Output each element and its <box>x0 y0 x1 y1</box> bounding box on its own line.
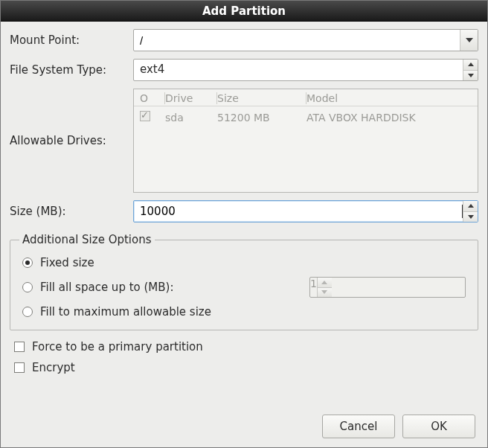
fs-type-down-button[interactable] <box>463 70 478 81</box>
mount-point-combobox[interactable] <box>133 29 478 51</box>
fill-up-to-spinbox: 1 <box>309 277 466 298</box>
titlebar: Add Partition <box>1 1 487 22</box>
ok-button[interactable]: OK <box>402 415 475 438</box>
additional-size-options-group: Additional Size Options Fixed size Fill … <box>10 233 478 330</box>
fs-type-combobox[interactable]: ext4 <box>133 59 478 81</box>
allowable-drives-list[interactable]: O Drive Size Model sda 51200 MB ATA VBOX… <box>133 89 478 193</box>
size-down-button[interactable] <box>463 211 478 223</box>
encrypt-label: Encrypt <box>32 361 75 374</box>
drive-row-name: sda <box>165 112 217 124</box>
radio-fill-up-to-label: Fill all space up to (MB): <box>40 281 174 294</box>
mount-point-input[interactable] <box>134 30 460 51</box>
fill-up-to-down-button <box>318 287 332 298</box>
button-bar: Cancel OK <box>10 409 478 443</box>
size-label: Size (MB): <box>10 205 129 218</box>
drive-row-model: ATA VBOX HARDDISK <box>306 112 472 124</box>
radio-fill-up-to[interactable] <box>22 282 33 292</box>
drives-header-model: Model <box>306 92 472 104</box>
force-primary-row[interactable]: Force to be a primary partition <box>10 336 478 357</box>
fs-type-label: File System Type: <box>10 63 129 77</box>
chevron-down-icon <box>466 38 473 42</box>
allowable-drives-label: Allowable Drives: <box>10 134 129 147</box>
window-title: Add Partition <box>202 4 286 18</box>
chevron-down-icon <box>321 290 327 294</box>
chevron-up-icon <box>468 204 474 208</box>
radio-fill-max-label: Fill to maximum allowable size <box>40 305 211 319</box>
radio-fixed-size[interactable] <box>22 257 33 268</box>
mount-point-dropdown-button[interactable] <box>460 30 478 51</box>
chevron-down-icon <box>468 74 474 77</box>
radio-fill-max[interactable] <box>22 307 33 317</box>
chevron-up-icon <box>468 63 474 66</box>
force-primary-checkbox[interactable] <box>14 342 25 352</box>
encrypt-row[interactable]: Encrypt <box>10 357 478 378</box>
drive-row-size: 51200 MB <box>217 112 306 124</box>
radio-fill-up-to-row[interactable]: Fill all space up to (MB): 1 <box>19 273 469 301</box>
fill-up-to-up-button <box>318 278 332 287</box>
drives-header-drive: Drive <box>165 92 217 104</box>
radio-fixed-size-row[interactable]: Fixed size <box>19 252 469 273</box>
chevron-up-icon <box>321 281 327 284</box>
fs-type-up-button[interactable] <box>463 60 478 70</box>
size-options-legend: Additional Size Options <box>19 233 155 246</box>
force-primary-label: Force to be a primary partition <box>32 340 203 353</box>
size-spinbox[interactable] <box>133 200 478 223</box>
dialog-content: Mount Point: File System Type: ext4 Allo… <box>1 22 487 447</box>
add-partition-dialog: Add Partition Mount Point: File System T… <box>0 0 488 448</box>
fill-up-to-value: 1 <box>310 278 317 297</box>
drives-header-checkbox: O <box>140 92 165 104</box>
drive-row[interactable]: sda 51200 MB ATA VBOX HARDDISK <box>134 106 478 128</box>
drives-header-size: Size <box>217 92 306 104</box>
encrypt-checkbox[interactable] <box>14 362 25 373</box>
mount-point-label: Mount Point: <box>10 33 129 47</box>
cancel-button[interactable]: Cancel <box>322 415 395 438</box>
drives-header: O Drive Size Model <box>134 89 478 106</box>
fs-type-value: ext4 <box>134 60 463 80</box>
size-up-button[interactable] <box>463 201 478 211</box>
size-input[interactable] <box>134 201 463 222</box>
drive-row-checkbox[interactable] <box>140 111 150 121</box>
chevron-down-icon <box>468 215 474 219</box>
radio-fill-max-row[interactable]: Fill to maximum allowable size <box>19 301 469 322</box>
radio-fixed-size-label: Fixed size <box>40 256 94 269</box>
